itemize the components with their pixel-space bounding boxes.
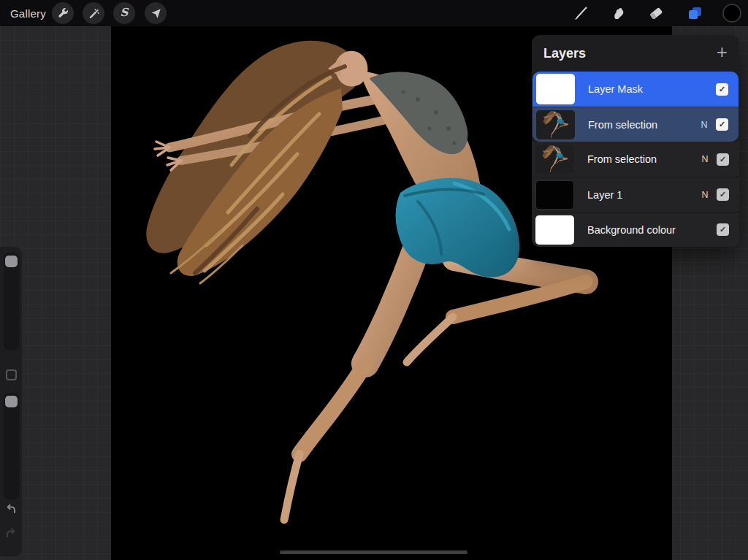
layer-row-background-colour[interactable]: Background colour ✓ <box>532 212 739 247</box>
layer-row-layer-1[interactable]: Layer 1 N ✓ <box>532 177 739 212</box>
transform-arrow-icon <box>149 7 162 20</box>
add-layer-button[interactable]: + <box>717 45 728 59</box>
modify-button[interactable] <box>6 369 17 380</box>
magic-wand-icon <box>87 7 100 20</box>
redo-button[interactable] <box>2 525 20 542</box>
color-button[interactable] <box>722 3 742 23</box>
brush-button[interactable] <box>570 3 591 23</box>
brush-size-handle[interactable] <box>5 256 18 267</box>
layer-name: Layer Mask <box>588 83 697 95</box>
layer-name: Background colour <box>587 224 698 236</box>
layers-panel-header: Layers + <box>532 35 739 72</box>
smudge-finger-icon <box>609 4 627 22</box>
check-icon: ✓ <box>719 85 725 94</box>
layer-visibility-checkbox[interactable]: ✓ <box>716 118 728 131</box>
eraser-button[interactable] <box>646 3 666 23</box>
color-swatch-icon <box>722 3 742 23</box>
layer-thumbnail[interactable] <box>536 74 575 104</box>
brush-size-slider[interactable] <box>4 253 19 350</box>
redo-icon <box>4 526 18 541</box>
actions-button[interactable] <box>52 2 74 24</box>
gallery-button[interactable]: Gallery <box>10 0 46 26</box>
selection-button[interactable]: S <box>113 2 135 24</box>
layer-name: Layer 1 <box>587 189 698 201</box>
layer-thumbnail[interactable] <box>536 110 575 139</box>
layer-thumbnail[interactable] <box>535 145 574 174</box>
selection-s-icon: S <box>121 6 129 19</box>
undo-button[interactable] <box>2 501 20 518</box>
blend-mode-badge[interactable]: N <box>698 190 712 200</box>
opacity-slider[interactable] <box>4 393 19 499</box>
transform-button[interactable] <box>145 2 167 24</box>
layers-icon <box>686 4 703 22</box>
layers-panel: Layers + Layer Mask ✓ From selection N <box>532 35 739 247</box>
layer-thumbnail[interactable] <box>535 215 574 245</box>
smudge-button[interactable] <box>608 3 628 23</box>
adjustments-button[interactable] <box>83 2 104 24</box>
check-icon: ✓ <box>720 155 726 164</box>
procreate-app: Gallery S <box>0 0 748 560</box>
blend-mode-badge[interactable]: N <box>698 154 712 164</box>
brush-icon <box>572 4 589 22</box>
wrench-icon <box>56 7 69 20</box>
check-icon: ✓ <box>720 190 726 199</box>
check-icon: ✓ <box>719 120 725 129</box>
layer-visibility-checkbox[interactable]: ✓ <box>717 223 729 236</box>
layer-row-layer-mask[interactable]: Layer Mask ✓ <box>533 72 739 107</box>
blend-mode-badge[interactable]: N <box>697 120 711 130</box>
selected-layer-group: Layer Mask ✓ From selection N ✓ <box>533 72 739 142</box>
check-icon: ✓ <box>720 225 726 234</box>
undo-icon <box>4 502 18 517</box>
layer-visibility-checkbox[interactable]: ✓ <box>716 83 728 96</box>
layer-visibility-checkbox[interactable]: ✓ <box>717 153 729 166</box>
opacity-handle[interactable] <box>5 396 18 407</box>
layer-row-from-selection-2[interactable]: From selection N ✓ <box>532 142 739 177</box>
layer-name: From selection <box>587 153 698 165</box>
eraser-icon <box>647 4 665 22</box>
layers-panel-title: Layers <box>543 46 586 61</box>
side-toolbar <box>0 247 22 556</box>
home-indicator[interactable] <box>280 551 468 554</box>
layer-row-from-selection-1[interactable]: From selection N ✓ <box>533 107 739 142</box>
top-toolbar: Gallery S <box>0 0 748 26</box>
layer-name: From selection <box>588 119 697 131</box>
layer-visibility-checkbox[interactable]: ✓ <box>717 188 729 201</box>
layers-button[interactable] <box>684 3 705 23</box>
layer-thumbnail[interactable] <box>535 180 574 210</box>
